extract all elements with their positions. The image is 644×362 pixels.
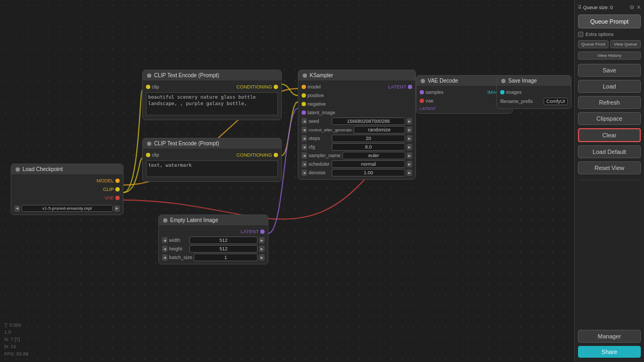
batch-row: ◄ batch_size 1 ► <box>162 253 265 262</box>
right-panel: ⠿ Queue size: 0 ⚙ ✕ Queue Prompt Extra o… <box>574 0 644 362</box>
sampler-prev-btn[interactable]: ◄ <box>302 152 307 159</box>
save-images-label: images <box>506 90 522 95</box>
node-save-image-title: Save Image <box>508 78 537 84</box>
node-load-checkpoint-body: MODEL CLIP VAE ◄ v1-5-prun <box>11 174 123 215</box>
vae-vae-in: vae <box>420 98 434 104</box>
ksampler-latent-in-label: latent_image <box>308 110 335 115</box>
width-label: width <box>169 238 188 243</box>
node-clip-text-2-body: clip CONDITIONING text, watermark <box>143 149 281 181</box>
ksampler-model-in-label: model <box>308 84 321 90</box>
vae-port <box>115 196 120 200</box>
manager-button[interactable]: Manager <box>578 330 641 343</box>
save-images-in-port <box>500 90 504 94</box>
latent-out-label: LATENT <box>240 229 259 234</box>
ckpt-prev-btn[interactable]: ◄ <box>14 205 20 212</box>
cfg-value: 8.0 <box>332 143 405 151</box>
clip2-clip-in-label: clip <box>152 152 159 158</box>
extra-options-checkbox[interactable] <box>578 32 583 37</box>
control-next-btn[interactable]: ► <box>407 127 412 133</box>
stats-fps: FPS: 59.88 <box>4 351 28 358</box>
node-empty-latent-title: Empty Latent Image <box>170 217 218 223</box>
settings-icon-btn[interactable]: ⚙ <box>630 4 634 10</box>
batch-prev-btn[interactable]: ◄ <box>162 254 167 261</box>
ksampler-latent-in-row: latent_image <box>302 108 412 117</box>
steps-next-btn[interactable]: ► <box>407 135 412 142</box>
node-clip-text-2: CLIP Text Encode (Prompt) clip CONDITION… <box>142 138 282 182</box>
ckpt-next-btn[interactable]: ► <box>114 205 120 212</box>
width-prev-btn[interactable]: ◄ <box>162 237 167 243</box>
cfg-next-btn[interactable]: ► <box>407 144 412 150</box>
queue-prompt-button[interactable]: Queue Prompt <box>578 14 641 28</box>
stats-nodes: N: 7 [7] <box>4 336 28 344</box>
load-default-button[interactable]: Load Default <box>578 145 641 158</box>
vae-latent-label-row: LATENT <box>420 106 509 111</box>
steps-prev-btn[interactable]: ◄ <box>302 135 307 142</box>
clip1-cond-out: CONDITIONING <box>237 84 279 90</box>
panel-header: ⠿ Queue size: 0 ⚙ ✕ <box>578 4 641 10</box>
sampler-next-btn[interactable]: ► <box>407 152 412 159</box>
stats-time: T: 0.00s <box>4 322 28 329</box>
node-empty-latent-header: Empty Latent Image <box>159 215 268 225</box>
clear-button[interactable]: Clear <box>578 128 641 142</box>
share-button[interactable]: Share <box>578 346 641 358</box>
node-canvas[interactable]: Load Checkpoint MODEL CLIP VAE <box>0 0 574 362</box>
seed-next-btn[interactable]: ► <box>407 118 412 124</box>
control-value: randomize <box>354 126 406 134</box>
save-button[interactable]: Save <box>578 64 641 77</box>
width-next-btn[interactable]: ► <box>259 237 265 243</box>
view-history-button[interactable]: View History <box>578 51 641 60</box>
close-icon-btn[interactable]: ✕ <box>636 4 641 10</box>
clipspace-button[interactable]: Clipspace <box>578 112 641 125</box>
node-clip-text-2-header: CLIP Text Encode (Prompt) <box>143 138 281 149</box>
queue-front-button[interactable]: Queue Front <box>578 40 609 48</box>
clip-text-2-input[interactable]: text, watermark <box>146 160 278 177</box>
extra-options-row: Extra options <box>578 32 641 37</box>
node-dot-3 <box>163 218 167 223</box>
node-row-model: MODEL <box>14 176 120 185</box>
ckpt-name-value: v1-5-pruned-emaonly.ckpt <box>21 205 113 212</box>
batch-next-btn[interactable]: ► <box>259 254 265 261</box>
height-row: ◄ height 512 ► <box>162 245 265 253</box>
ksampler-negative-in: negative <box>302 101 326 107</box>
height-prev-btn[interactable]: ◄ <box>162 246 167 252</box>
reset-view-button[interactable]: Reset View <box>578 161 641 174</box>
denoise-prev-btn[interactable]: ◄ <box>302 169 307 176</box>
panel-icons: ⚙ ✕ <box>630 4 641 10</box>
node-dot-5 <box>421 79 425 83</box>
view-queue-button[interactable]: View Queue <box>610 40 641 48</box>
model-port <box>115 179 120 183</box>
latent-output-row: LATENT <box>162 227 265 236</box>
node-row-vae: VAE <box>14 194 120 202</box>
scheduler-next-btn[interactable]: ► <box>407 161 412 167</box>
node-dot-2 <box>147 142 151 146</box>
clip1-clip-in-port <box>146 85 150 89</box>
ksampler-latent-out-port <box>408 85 412 89</box>
save-images-in: images <box>500 90 522 95</box>
control-prev-btn[interactable]: ◄ <box>302 127 307 133</box>
node-vae-decode-title: VAE Decode <box>428 78 458 84</box>
control-label: control_after_generate <box>309 128 352 132</box>
vae-samples-in-port <box>420 90 424 94</box>
ksampler-latent-in: latent_image <box>302 110 335 115</box>
denoise-next-btn[interactable]: ► <box>407 169 412 176</box>
vae-port-label: VAE <box>105 195 114 201</box>
cfg-prev-btn[interactable]: ◄ <box>302 144 307 150</box>
denoise-row: ◄ denoise 1.00 ► <box>302 168 412 177</box>
ksampler-positive-row: positive <box>302 91 412 100</box>
stats-count: N: 14 <box>4 343 28 351</box>
scheduler-prev-btn[interactable]: ◄ <box>302 161 307 167</box>
steps-value: 20 <box>332 135 405 142</box>
height-next-btn[interactable]: ► <box>259 246 265 252</box>
clip-text-1-input[interactable]: beautiful scenery nature glass bottle la… <box>146 92 278 115</box>
save-prefix-label: filename_prefix <box>500 99 533 104</box>
panel-divider <box>578 180 641 180</box>
node-empty-latent-body: LATENT ◄ width 512 ► ◄ height 512 ► ◄ ba… <box>159 225 268 264</box>
node-ksampler-body: model LATENT positive negative <box>298 80 415 179</box>
seed-prev-btn[interactable]: ◄ <box>302 118 307 124</box>
save-prefix-row: filename_prefix ComfyUI <box>500 97 568 106</box>
refresh-button[interactable]: Refresh <box>578 96 641 109</box>
clip1-clip-in-label: clip <box>152 84 159 90</box>
load-button[interactable]: Load <box>578 80 641 93</box>
batch-value: 1 <box>194 254 258 261</box>
ksampler-latent-out-label: LATENT <box>388 84 406 90</box>
